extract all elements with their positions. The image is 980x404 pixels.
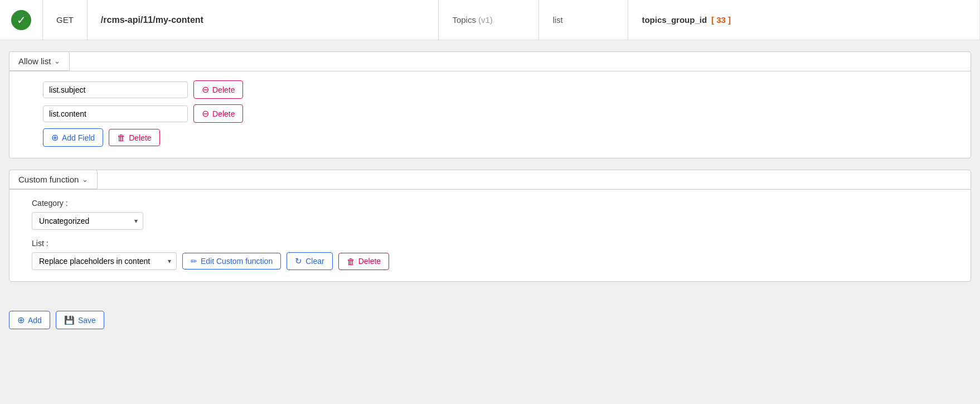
delete-field-2-button[interactable]: ⊖ Delete xyxy=(193,104,243,123)
id-text-label: topics_group_id xyxy=(642,15,707,25)
field-row-2: ⊖ Delete xyxy=(43,104,959,123)
top-bar: ✓ GET /rcms-api/11/my-content Topics (v1… xyxy=(0,0,980,40)
edit-custom-function-button[interactable]: ✏ Edit Custom function xyxy=(182,253,281,270)
delete-custom-function-label: Delete xyxy=(358,257,381,266)
category-select-wrapper: Uncategorized ▾ xyxy=(32,212,143,230)
allow-list-section: Allow list ⌄ ⊖ Delete ⊖ Delete xyxy=(9,51,971,158)
add-field-button[interactable]: ⊕ Add Field xyxy=(43,128,103,147)
id-value: [ 33 ] xyxy=(711,15,731,25)
delete-allow-list-label: Delete xyxy=(129,133,151,142)
bottom-bar: ⊕ Add 💾 Save xyxy=(0,304,980,336)
allow-list-chevron-icon: ⌄ xyxy=(54,57,60,65)
custom-function-section: Custom function ⌄ Category : Uncategoriz… xyxy=(9,170,971,282)
delete-field-1-button[interactable]: ⊖ Delete xyxy=(193,80,243,99)
delete-allow-list-button[interactable]: 🗑 Delete xyxy=(109,129,159,146)
topics-label: Topics xyxy=(452,15,476,25)
minus-circle-2-icon: ⊖ xyxy=(202,108,209,119)
main-content: Allow list ⌄ ⊖ Delete ⊖ Delete xyxy=(0,40,980,304)
field-row-1: ⊖ Delete xyxy=(43,80,959,99)
status-cell: ✓ xyxy=(0,0,43,40)
trash-allow-icon: 🗑 xyxy=(117,133,125,142)
method-cell: GET xyxy=(43,0,88,40)
save-label: Save xyxy=(78,316,96,325)
pencil-icon: ✏ xyxy=(191,257,197,266)
custom-function-body: Category : Uncategorized ▾ List : Replac… xyxy=(9,189,971,281)
custom-function-chevron-icon: ⌄ xyxy=(82,175,88,184)
edit-custom-function-label: Edit Custom function xyxy=(201,257,273,266)
category-label: Category : xyxy=(32,199,959,208)
delete-custom-function-button[interactable]: 🗑 Delete xyxy=(338,253,389,270)
path-label: /rcms-api/11/my-content xyxy=(101,15,203,25)
list-controls: Replace placeholders in content ▾ ✏ Edit… xyxy=(32,252,959,270)
list-select[interactable]: Replace placeholders in content xyxy=(32,252,177,270)
save-button[interactable]: 💾 Save xyxy=(56,311,104,329)
id-cell: topics_group_id [ 33 ] xyxy=(628,0,980,40)
category-select[interactable]: Uncategorized xyxy=(32,212,143,230)
check-icon: ✓ xyxy=(11,10,31,30)
allow-list-label: Allow list xyxy=(18,56,51,66)
allow-list-header[interactable]: Allow list ⌄ xyxy=(9,51,70,71)
add-plus-icon: ⊕ xyxy=(17,315,25,325)
allow-list-body: ⊖ Delete ⊖ Delete ⊕ Add Field 🗑 xyxy=(9,71,971,158)
delete-field-1-label: Delete xyxy=(212,85,235,94)
list-select-wrapper: Replace placeholders in content ▾ xyxy=(32,252,177,270)
allow-list-actions: ⊕ Add Field 🗑 Delete xyxy=(43,128,959,147)
delete-field-2-label: Delete xyxy=(212,109,235,118)
list-label: List : xyxy=(32,239,959,248)
path-cell: /rcms-api/11/my-content xyxy=(88,0,439,40)
clear-label: Clear xyxy=(305,257,324,266)
trash-custom-icon: 🗑 xyxy=(347,257,355,266)
list-cell: list xyxy=(539,0,628,40)
list-section: List : Replace placeholders in content ▾… xyxy=(32,239,959,270)
add-field-label: Add Field xyxy=(62,133,95,142)
list-label: list xyxy=(552,15,562,25)
refresh-icon: ↻ xyxy=(295,256,302,266)
add-button[interactable]: ⊕ Add xyxy=(9,311,50,329)
topics-cell: Topics (v1) xyxy=(439,0,539,40)
version-label: (v1) xyxy=(478,15,493,25)
plus-circle-icon: ⊕ xyxy=(51,132,59,143)
field-input-2[interactable] xyxy=(43,105,188,122)
clear-button[interactable]: ↻ Clear xyxy=(287,252,332,270)
floppy-icon: 💾 xyxy=(64,315,75,325)
minus-circle-1-icon: ⊖ xyxy=(202,84,209,95)
field-input-1[interactable] xyxy=(43,81,188,98)
add-label: Add xyxy=(28,316,42,325)
method-label: GET xyxy=(56,15,74,25)
custom-function-label: Custom function xyxy=(18,175,79,184)
custom-function-header[interactable]: Custom function ⌄ xyxy=(9,170,98,189)
